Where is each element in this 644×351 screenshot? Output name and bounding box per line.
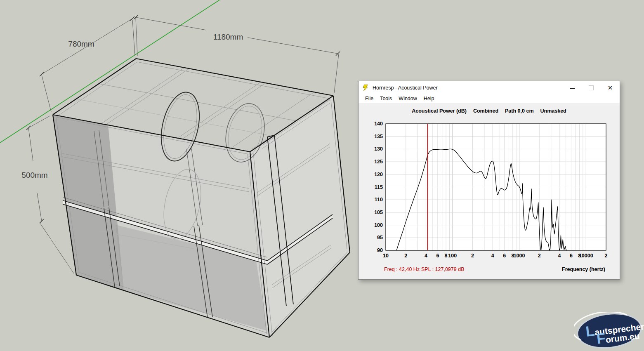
hornresp-window: Hornresp - Acoustical Power ✕ File Tools… [358,81,620,280]
status-row: Freq : 42,40 Hz SPL : 127,0979 dB Freque… [359,266,620,273]
cursor-spl-readout: SPL : 127,0979 dB [421,266,464,272]
x-tick-label: 4 [558,253,561,259]
x-tick-label: 6 [570,253,573,259]
y-tick-label: 115 [375,184,383,190]
chart-client-area: Acoustical Power (dB) Combined Path 0,0 … [359,103,620,279]
x-tick-label: 6 [503,253,506,259]
menu-file[interactable]: File [362,96,377,101]
y-tick-label: 120 [374,172,383,177]
acoustical-power-chart: 1401351301251201151101051009590102468100… [359,103,620,280]
x-tick-label: 6 [436,253,439,259]
x-tick-label: 8 [445,253,448,259]
x-tick-label: 10 [383,253,389,259]
menu-bar: File Tools Window Help [359,94,620,103]
maximize-button[interactable] [582,81,601,94]
y-tick-label: 100 [374,222,383,228]
x-tick-label: 4 [491,253,494,259]
window-controls: ✕ [563,81,620,94]
y-tick-label: 105 [374,210,383,215]
window-titlebar[interactable]: Hornresp - Acoustical Power ✕ [359,81,620,94]
dimension-500-label: 500mm [21,171,47,179]
y-tick-label: 130 [374,146,383,152]
close-button[interactable]: ✕ [601,81,620,94]
cursor-frequency-readout: Freq : 42,40 Hz [384,266,420,272]
x-tick-label: 2 [605,253,608,259]
dimension-780-label: 780mm [68,40,94,48]
y-tick-label: 135 [374,134,383,139]
y-tick-label: 95 [377,235,383,240]
x-tick-label: 1000 [514,253,525,259]
dimension-1180-label: 1180mm [213,33,243,41]
y-tick-label: 140 [374,121,383,127]
menu-tools[interactable]: Tools [377,96,395,101]
y-tick-label: 125 [374,159,383,165]
menu-help[interactable]: Help [420,96,438,101]
x-axis-label: Frequency (hertz) [562,266,605,272]
cabinet-faces [53,59,350,337]
y-tick-label: 90 [377,247,383,253]
x-tick-label: 2 [471,253,474,259]
minimize-button[interactable] [563,81,582,94]
x-tick-label: 4 [425,253,427,259]
x-tick-label: 10000 [579,253,593,259]
cad-viewport[interactable]: 780mm 1180mm 500mm [0,0,359,351]
y-tick-label: 110 [375,197,383,203]
x-tick-label: 2 [404,253,407,259]
x-tick-label: 2 [538,253,541,259]
x-tick-label: 100 [448,253,457,259]
window-title: Hornresp - Acoustical Power [373,85,438,91]
lautsprecherforum-logo: Lautsprecher Forum.eu [574,312,644,351]
lightning-bolt-icon [363,85,369,92]
menu-window[interactable]: Window [395,96,420,101]
